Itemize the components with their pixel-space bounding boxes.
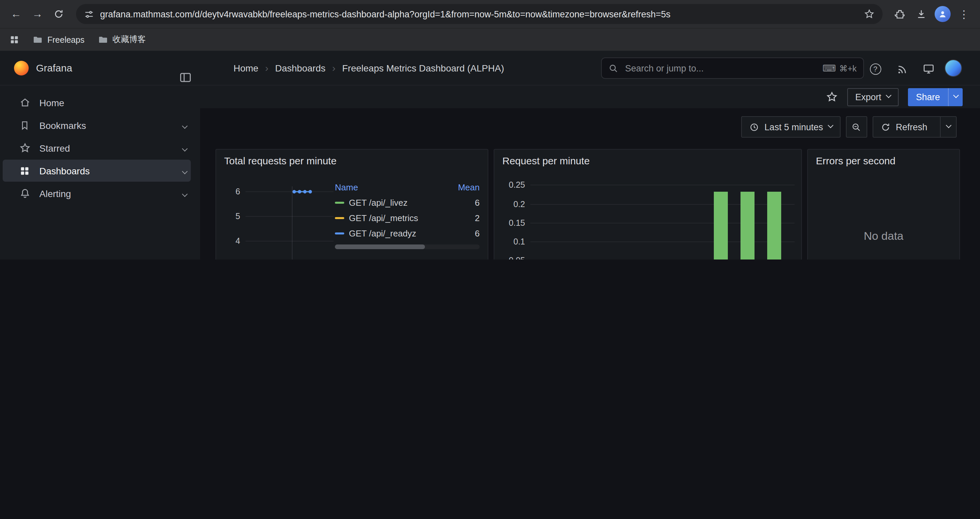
series-color-swatch: [335, 217, 344, 219]
panel-request-per-minute: Request per minute 0.25 0.2 0.15 0.1: [494, 149, 802, 260]
export-button[interactable]: Export: [847, 88, 899, 106]
chevron-down-icon[interactable]: [183, 143, 187, 153]
star-icon: [19, 142, 31, 154]
sidebar-item-dashboards[interactable]: Dashboards: [3, 160, 191, 182]
svg-text:0.25: 0.25: [509, 180, 525, 189]
screen: ← → grafana.mathmast.com/d/deytv4rwavabk…: [0, 0, 980, 260]
url-text[interactable]: grafana.mathmast.com/d/deytv4rwavabkb/fr…: [100, 9, 864, 19]
chevron-down-icon[interactable]: [183, 188, 187, 199]
chevron-down-icon[interactable]: [183, 165, 187, 176]
time-controls: Last 5 minutes Refresh: [741, 116, 957, 137]
refresh-icon: [880, 122, 890, 132]
legend-col-name[interactable]: Name: [335, 182, 446, 192]
folder-icon: [33, 35, 43, 45]
apps-grid-icon[interactable]: [10, 35, 19, 45]
zoom-out-icon: [851, 122, 861, 132]
bell-icon: [19, 187, 31, 200]
breadcrumb: Home › Dashboards › Freeleaps Metrics Da…: [234, 62, 504, 73]
zoom-out-button[interactable]: [846, 116, 867, 137]
time-range-picker[interactable]: Last 5 minutes: [741, 116, 841, 137]
legend-row[interactable]: GET /api/_readyz 6: [335, 226, 480, 241]
extensions-icon[interactable]: [891, 5, 909, 23]
breadcrumb-separator: ›: [265, 62, 269, 73]
reload-icon[interactable]: [49, 5, 68, 23]
breadcrumb-home[interactable]: Home: [234, 62, 259, 73]
svg-text:5: 5: [235, 211, 240, 221]
home-icon: [19, 96, 31, 109]
grafana-logo[interactable]: [14, 61, 29, 75]
dashboard-actions-bar: Export Share: [200, 86, 980, 108]
back-icon[interactable]: ←: [7, 5, 25, 23]
profile-avatar[interactable]: [933, 5, 952, 23]
browser-toolbar: ← → grafana.mathmast.com/d/deytv4rwavabk…: [0, 0, 980, 28]
panel-title[interactable]: Request per minute: [502, 155, 590, 166]
bookmark-icon: [19, 119, 31, 131]
favorite-star-icon[interactable]: [826, 91, 838, 103]
search-icon: [608, 63, 619, 73]
scrollbar-thumb[interactable]: [335, 244, 425, 249]
sidebar-toggle-icon[interactable]: [179, 70, 192, 84]
search-input[interactable]: [624, 62, 817, 74]
panel-title[interactable]: Total requests per minute: [224, 155, 337, 166]
svg-text:0.05: 0.05: [509, 256, 525, 260]
series-color-swatch: [335, 232, 344, 235]
browser-menu-icon[interactable]: ⋮: [955, 5, 973, 23]
grafana-brand: Grafana: [0, 61, 200, 75]
panel-errors-per-second: Errors per second No data: [807, 149, 960, 260]
dashboard-canvas: Last 5 minutes Refresh: [200, 108, 980, 260]
no-data-message: No data: [808, 150, 959, 260]
svg-text:0.1: 0.1: [513, 237, 525, 246]
bookmark-item[interactable]: Freeleaps: [33, 35, 84, 45]
svg-text:6: 6: [235, 187, 240, 196]
legend-scrollbar[interactable]: [335, 244, 480, 249]
download-icon[interactable]: [912, 5, 931, 23]
news-rss-icon[interactable]: [894, 61, 910, 77]
breadcrumb-dashboards[interactable]: Dashboards: [275, 62, 326, 73]
keyboard-icon: ⌨: [822, 63, 835, 73]
bookmarks-bar: Freeleaps 收藏博客: [0, 28, 980, 51]
url-bar[interactable]: grafana.mathmast.com/d/deytv4rwavabkb/fr…: [76, 4, 883, 24]
legend-col-mean[interactable]: Mean: [446, 182, 480, 192]
sidebar-item-starred[interactable]: Starred: [3, 137, 191, 159]
series-color-swatch: [335, 202, 344, 204]
legend-table: Name Mean GET /api/_livez 6 GET /api/_me…: [335, 179, 480, 241]
forward-icon[interactable]: →: [28, 5, 47, 23]
refresh-button[interactable]: Refresh: [872, 116, 957, 137]
chevron-down-icon[interactable]: [183, 120, 187, 131]
share-button-label: Share: [908, 88, 948, 106]
legend-row[interactable]: GET /api/_metrics 2: [335, 211, 480, 226]
panel-total-requests: Total requests per minute 6 5 4 3: [215, 149, 488, 260]
bookmark-item[interactable]: 收藏博客: [98, 34, 146, 45]
bookmark-star-icon[interactable]: [864, 9, 875, 19]
brand-name: Grafana: [36, 62, 72, 73]
help-icon[interactable]: ?: [867, 61, 883, 77]
grafana-topnav: Grafana Home › Dashboards › Freeleaps Me…: [0, 51, 980, 86]
svg-text:0.15: 0.15: [509, 218, 525, 227]
sidebar-item-home[interactable]: Home: [3, 91, 191, 113]
breadcrumb-separator: ›: [332, 62, 336, 73]
dashboards-grid-icon: [19, 164, 31, 177]
user-avatar[interactable]: [945, 59, 962, 77]
share-button[interactable]: Share: [908, 88, 963, 106]
folder-icon: [98, 35, 108, 45]
site-info-icon[interactable]: [84, 9, 94, 19]
svg-text:4: 4: [235, 236, 240, 246]
svg-text:0.2: 0.2: [513, 200, 525, 209]
breadcrumb-current: Freeleaps Metrics Dashboard (ALPHA): [342, 62, 504, 73]
display-icon[interactable]: [921, 61, 937, 77]
legend-row[interactable]: GET /api/_livez 6: [335, 195, 480, 211]
sidebar-item-bookmarks[interactable]: Bookmarks: [3, 114, 191, 136]
search-bar[interactable]: ⌨ ⌘+k: [601, 57, 864, 79]
refresh-interval-dropdown[interactable]: [940, 117, 956, 137]
search-shortcut: ⌨ ⌘+k: [822, 63, 857, 73]
sidebar-item-alerting[interactable]: Alerting: [3, 182, 191, 204]
clock-icon: [749, 122, 759, 132]
share-dropdown-icon[interactable]: [948, 88, 963, 106]
sidebar-nav: Home Bookmarks Starred Dashbo: [0, 86, 200, 260]
